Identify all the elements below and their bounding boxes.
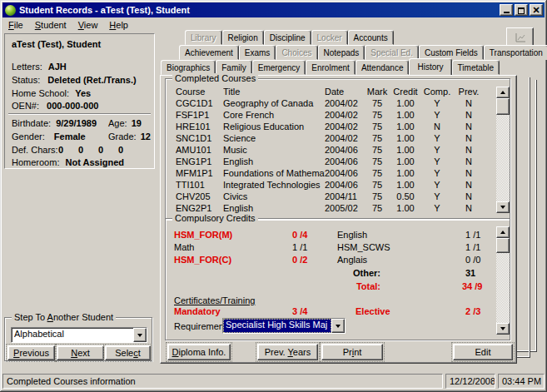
scroll-thumb[interactable] bbox=[496, 238, 510, 253]
select-button[interactable]: Select bbox=[105, 345, 151, 360]
table-row[interactable]: CGC1D1Geography of Canada2004/02751.00YN bbox=[176, 97, 490, 109]
tab-row-2: Achievement Exams Choices Notepads Speci… bbox=[179, 45, 547, 60]
table-row[interactable]: AMU101Music2004/06751.00YN bbox=[176, 144, 490, 156]
separator bbox=[8, 113, 151, 115]
menu-student[interactable]: Student bbox=[29, 18, 72, 32]
scroll-down-button[interactable] bbox=[496, 323, 510, 335]
oen-value: 000-000-000 bbox=[47, 101, 98, 111]
tab-enrolment[interactable]: Enrolment bbox=[306, 60, 356, 75]
status-time: 03:44 PM bbox=[498, 374, 545, 389]
tab-discipline[interactable]: Discipline bbox=[264, 30, 311, 45]
prev-years-button[interactable]: Prev. Years bbox=[257, 344, 318, 360]
oen-row: OEN#: 000-000-000 bbox=[12, 101, 98, 111]
table-row[interactable]: TTI101Integrated Technologies2004/06751.… bbox=[176, 179, 490, 191]
credit-value: 1 /1 bbox=[465, 230, 480, 240]
birthdate-value: 9/29/1989 bbox=[56, 118, 97, 128]
letters-value: AJH bbox=[48, 62, 67, 72]
print-button[interactable]: Print bbox=[321, 344, 383, 360]
age-value: 19 bbox=[132, 118, 142, 128]
home-school-value: Yes bbox=[75, 88, 91, 98]
scroll-up-button[interactable] bbox=[496, 226, 510, 238]
def-char-2: 0 bbox=[78, 145, 83, 155]
credit-name: English bbox=[337, 230, 367, 240]
tab-transportation[interactable]: Transportation bbox=[484, 45, 547, 60]
requirements-combobox[interactable]: Specialist High Skills Maj bbox=[222, 318, 346, 334]
menu-help[interactable]: Help bbox=[103, 18, 134, 32]
grade-value: 12 bbox=[141, 131, 151, 141]
def-char-1: 0 bbox=[58, 145, 63, 155]
app-window: Student Records - aTest (Test), Student … bbox=[0, 0, 547, 392]
gender-row: Gender: Female bbox=[12, 131, 86, 141]
step-order-value: Alphabetical bbox=[12, 328, 133, 342]
step-order-combobox[interactable]: Alphabetical bbox=[11, 327, 147, 343]
table-row[interactable]: SNC1D1Science2004/02751.00YN bbox=[176, 132, 490, 144]
letters-row: Letters: AJH bbox=[12, 62, 67, 72]
other-label: Other: bbox=[307, 268, 380, 278]
edit-button[interactable]: Edit bbox=[453, 344, 513, 360]
tab-history[interactable]: History bbox=[409, 58, 451, 76]
tab-achievement[interactable]: Achievement bbox=[179, 45, 239, 60]
birthdate-row: Birthdate: 9/29/1989 bbox=[12, 118, 97, 128]
credits-scrollbar[interactable] bbox=[496, 226, 510, 335]
minimize-button[interactable] bbox=[500, 4, 513, 16]
table-header: Course Title Date Mark Credit Comp. Prev… bbox=[176, 86, 490, 97]
credit-value: 1 /1 bbox=[465, 242, 480, 252]
tab-religion[interactable]: Religion bbox=[222, 30, 264, 45]
table-row[interactable]: ENG1P1English2004/06751.00YN bbox=[176, 156, 490, 167]
requirements-dropdown-button[interactable] bbox=[331, 319, 345, 333]
title-bar: Student Records - aTest (Test), Student … bbox=[2, 2, 545, 17]
table-row[interactable]: HRE101Religious Education2004/02751.00NN bbox=[176, 121, 490, 132]
credit-value: 1 /1 bbox=[292, 242, 307, 252]
tab-accounts[interactable]: Accounts bbox=[348, 30, 394, 45]
total-label: Total: bbox=[307, 281, 380, 291]
table-row[interactable]: MFM1P1Foundations of Mathematic2004/0675… bbox=[176, 167, 490, 179]
tab-notepads[interactable]: Notepads bbox=[318, 45, 365, 60]
total-value: 34 /9 bbox=[462, 281, 482, 291]
table-row[interactable]: ENG2P1English2005/02751.00YN bbox=[176, 202, 490, 214]
age-row: Age: 19 bbox=[108, 118, 142, 128]
close-button[interactable]: ✕ bbox=[530, 4, 543, 16]
credit-name: Anglais bbox=[337, 255, 367, 265]
status-message: Completed Courses information bbox=[2, 374, 443, 389]
app-icon[interactable] bbox=[5, 5, 16, 16]
tab-timetable[interactable]: Timetable bbox=[452, 60, 500, 75]
tab-exams[interactable]: Exams bbox=[239, 45, 276, 60]
chevron-down-icon bbox=[137, 334, 142, 337]
menu-file[interactable]: File bbox=[2, 18, 29, 32]
mandatory-label: Mandatory bbox=[174, 306, 221, 316]
elective-label: Elective bbox=[356, 306, 390, 316]
credit-value: 0 /0 bbox=[465, 255, 480, 265]
diploma-info-button[interactable]: Diploma Info. bbox=[167, 344, 231, 360]
gender-value: Female bbox=[54, 131, 86, 141]
maximize-button[interactable] bbox=[515, 4, 528, 16]
previous-button[interactable]: Previous bbox=[7, 345, 55, 360]
scroll-up-icon bbox=[500, 231, 505, 234]
def-char-3: 0 bbox=[98, 145, 103, 155]
window-title: Student Records - aTest (Test), Student bbox=[19, 5, 498, 15]
courses-scrollbar[interactable] bbox=[496, 87, 510, 213]
table-row[interactable]: FSF1P1Core French2004/02751.00YN bbox=[176, 109, 490, 121]
tab-emergency[interactable]: Emergency bbox=[252, 60, 306, 75]
grade-row: Grade: 12 bbox=[108, 131, 151, 141]
credit-name: Math bbox=[174, 242, 194, 252]
step-order-dropdown-button[interactable] bbox=[133, 328, 147, 342]
credit-value: 0 /4 bbox=[292, 230, 307, 240]
scroll-thumb[interactable] bbox=[496, 98, 510, 115]
history-page: Completed Courses Course Title Date Mark… bbox=[160, 75, 517, 364]
mandatory-value: 3 /4 bbox=[292, 306, 307, 316]
scroll-down-button[interactable] bbox=[496, 201, 510, 213]
tab-row-1: Library Religion Discipline Locker Accou… bbox=[185, 30, 394, 45]
credit-name: HSM_SCWS bbox=[337, 242, 390, 252]
credit-name: HSM_FOR(M) bbox=[174, 230, 232, 240]
status-bar: Completed Courses information 12/12/2008… bbox=[2, 374, 545, 389]
def-char-4: 0 bbox=[118, 145, 123, 155]
table-row[interactable]: CHV205Civics2004/11750.50YN bbox=[176, 191, 490, 202]
tab-attendance[interactable]: Attendance bbox=[356, 60, 410, 75]
scroll-up-button[interactable] bbox=[496, 87, 510, 98]
elective-value: 2 /3 bbox=[465, 306, 480, 316]
next-button[interactable]: Next bbox=[57, 345, 104, 360]
home-school-row: Home School: Yes bbox=[12, 88, 91, 98]
student-info-panel: aTest (Test), Student Letters: AJH Statu… bbox=[4, 33, 155, 169]
menu-view[interactable]: View bbox=[72, 18, 104, 32]
def-chars-label: Def. Chars: bbox=[12, 145, 58, 155]
